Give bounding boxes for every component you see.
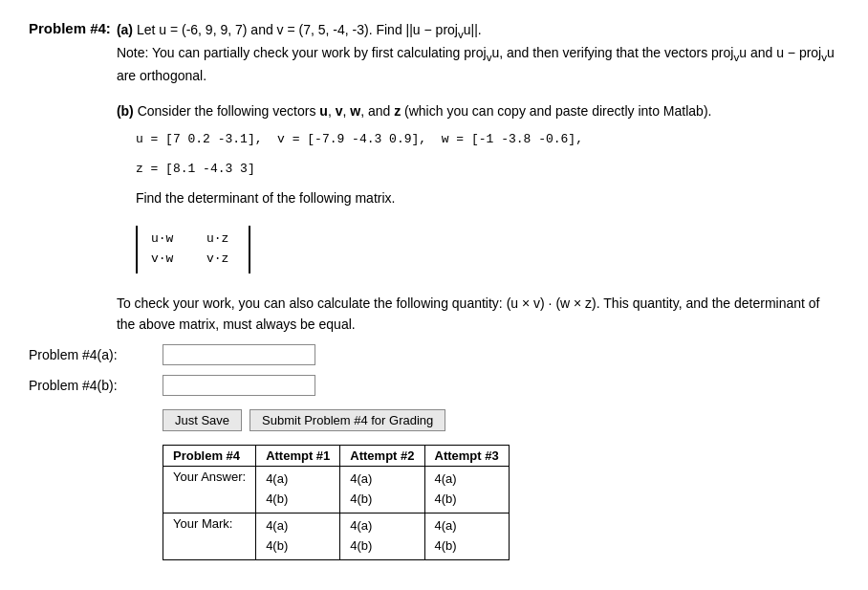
button-row: Just Save Submit Problem #4 for Grading xyxy=(163,409,839,431)
matrix-cell-vz: v·z xyxy=(206,250,235,270)
table-header-attempt1: Attempt #1 xyxy=(256,446,340,467)
part-b-intro: (b) Consider the following vectors u, v,… xyxy=(117,100,839,121)
mark-attempt3: 4(a)4(b) xyxy=(424,513,509,559)
find-determinant-text: Find the determinant of the following ma… xyxy=(136,187,839,208)
matrix: u·w u·z v·w v·z xyxy=(136,226,250,273)
answer-attempt3: 4(a)4(b) xyxy=(424,467,509,514)
matrix-cell-uw: u·w xyxy=(151,229,180,250)
code-line-1: u = [7 0.2 -3.1], v = [-7.9 -4.3 0.9], w… xyxy=(136,129,839,150)
matrix-row-2: v·w v·z xyxy=(151,250,235,270)
your-answer-label: Your Answer: xyxy=(163,467,256,514)
matrix-cell-uz: u·z xyxy=(206,229,235,250)
matrix-row-1: u·w u·z xyxy=(151,229,235,250)
table-header-problem: Problem #4 xyxy=(163,446,256,467)
mark-attempt2: 4(a)4(b) xyxy=(340,513,424,559)
check-text: To check your work, you can also calcula… xyxy=(117,293,839,336)
table-header-attempt2: Attempt #2 xyxy=(340,446,424,467)
part-a-note: Note: You can partially check your work … xyxy=(117,43,839,87)
table-header-attempt3: Attempt #3 xyxy=(424,446,509,467)
your-mark-label: Your Mark: xyxy=(163,513,256,559)
mark-attempt1: 4(a)4(b) xyxy=(256,513,340,559)
problem-number: Problem #4: xyxy=(29,19,111,36)
answer-input-b[interactable] xyxy=(163,375,315,396)
answer-input-a[interactable] xyxy=(163,344,315,365)
answer-attempt1: 4(a)4(b) xyxy=(256,467,340,514)
answer-row-a: Problem #4(a): xyxy=(29,344,839,365)
grading-table: Problem #4 Attempt #1 Attempt #2 Attempt… xyxy=(163,445,510,559)
answer-label-a: Problem #4(a): xyxy=(29,347,163,362)
submit-button[interactable]: Submit Problem #4 for Grading xyxy=(250,409,445,431)
answer-label-b: Problem #4(b): xyxy=(29,378,163,393)
part-a-label: (a) xyxy=(117,22,133,37)
answer-attempt2: 4(a)4(b) xyxy=(340,467,424,514)
save-button[interactable]: Just Save xyxy=(163,409,242,431)
code-line-2: z = [8.1 -4.3 3] xyxy=(136,159,839,180)
table-row-answers: Your Answer: 4(a)4(b) 4(a)4(b) 4(a)4(b) xyxy=(163,467,510,514)
answer-row-b: Problem #4(b): xyxy=(29,375,839,396)
table-row-marks: Your Mark: 4(a)4(b) 4(a)4(b) 4(a)4(b) xyxy=(163,513,510,559)
matrix-cell-vw: v·w xyxy=(151,250,180,270)
